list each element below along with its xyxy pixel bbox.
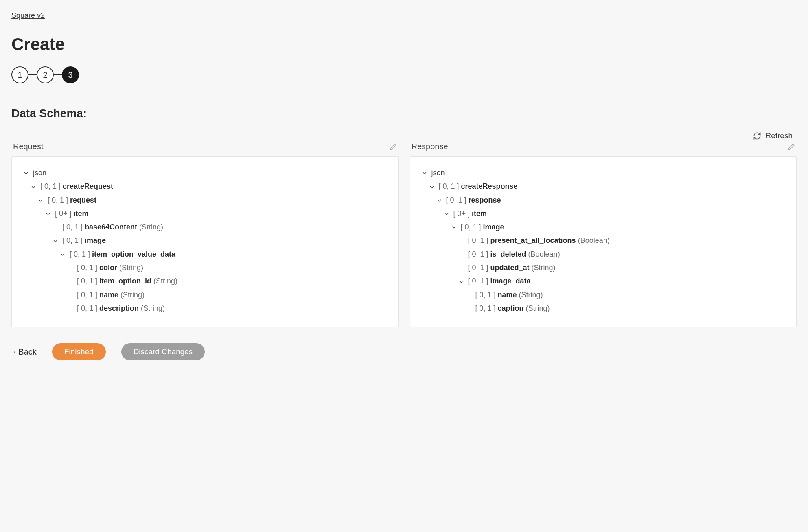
tree-node[interactable]: json xyxy=(23,166,387,180)
tree-node[interactable]: [ 0, 1 ] image xyxy=(23,234,387,247)
refresh-button[interactable]: Refresh xyxy=(765,131,793,140)
breadcrumb-link[interactable]: Square v2 xyxy=(11,11,45,20)
chevron-down-icon[interactable] xyxy=(436,198,444,203)
tree-field-name: image_data xyxy=(490,277,531,285)
refresh-icon[interactable] xyxy=(753,132,761,140)
back-button[interactable]: ‹ Back xyxy=(14,347,37,357)
chevron-down-icon[interactable] xyxy=(60,252,67,257)
tree-field-name: item_option_id xyxy=(99,277,151,285)
tree-field-type: (String) xyxy=(530,264,556,272)
tree-cardinality: [ 0, 1 ] xyxy=(77,264,99,272)
response-panel: Response json[ 0, 1 ] createResponse[ 0,… xyxy=(410,142,797,327)
stepper: 123 xyxy=(11,66,797,83)
chevron-down-icon[interactable] xyxy=(45,211,53,217)
tree-node[interactable]: [ 0+ ] item xyxy=(422,207,785,220)
step-3[interactable]: 3 xyxy=(62,66,79,83)
tree-cardinality: [ 0, 1 ] xyxy=(446,196,469,204)
tree-field-name: image xyxy=(85,236,106,244)
tree-cardinality: [ 0, 1 ] xyxy=(77,304,99,312)
tree-cardinality: [ 0, 1 ] xyxy=(77,277,99,285)
tree-cardinality: [ 0+ ] xyxy=(55,209,74,218)
tree-field-name: image xyxy=(483,223,504,231)
tree-node: [ 0, 1 ] base64Content (String) xyxy=(23,220,387,234)
tree-field-name: item xyxy=(472,209,487,218)
tree-cardinality: [ 0, 1 ] xyxy=(439,182,461,190)
tree-cardinality: [ 0, 1 ] xyxy=(62,223,85,231)
step-2[interactable]: 2 xyxy=(37,66,54,83)
tree-cardinality: [ 0, 1 ] xyxy=(461,223,483,231)
tree-field-type: (String) xyxy=(151,277,177,285)
chevron-down-icon[interactable] xyxy=(422,170,429,176)
tree-node: [ 0, 1 ] color (String) xyxy=(23,261,387,275)
request-header: Request xyxy=(13,142,44,151)
tree-node[interactable]: json xyxy=(422,166,785,180)
chevron-down-icon[interactable] xyxy=(451,225,458,230)
tree-field-type: (String) xyxy=(517,291,543,299)
pencil-icon[interactable] xyxy=(390,143,397,150)
tree-field-name: item_option_value_data xyxy=(92,250,175,258)
step-1[interactable]: 1 xyxy=(11,66,28,83)
tree-node[interactable]: [ 0, 1 ] image_data xyxy=(422,275,785,288)
tree-node[interactable]: [ 0+ ] item xyxy=(23,207,387,220)
tree-field-name: updated_at xyxy=(490,264,530,272)
tree-cardinality: [ 0, 1 ] xyxy=(468,264,490,272)
chevron-down-icon[interactable] xyxy=(38,198,45,203)
tree-field-type: (String) xyxy=(139,304,165,312)
tree-node: [ 0, 1 ] updated_at (String) xyxy=(422,261,785,275)
tree-field-type: (String) xyxy=(137,223,163,231)
tree-field-name: response xyxy=(469,196,501,204)
chevron-down-icon[interactable] xyxy=(429,184,436,190)
discard-changes-button[interactable]: Discard Changes xyxy=(121,343,205,360)
tree-field-name: caption xyxy=(498,304,524,312)
tree-cardinality: [ 0+ ] xyxy=(453,209,472,218)
tree-field-name: name xyxy=(498,291,517,299)
tree-field-name: description xyxy=(99,304,139,312)
tree-node[interactable]: [ 0, 1 ] createRequest xyxy=(23,180,387,193)
chevron-down-icon[interactable] xyxy=(31,184,38,190)
tree-field-type: (Boolean) xyxy=(526,250,560,258)
request-panel: Request json[ 0, 1 ] createRequest[ 0, 1… xyxy=(11,142,399,327)
response-header: Response xyxy=(412,142,448,151)
tree-field-name: is_deleted xyxy=(490,250,526,258)
tree-cardinality: [ 0, 1 ] xyxy=(475,291,498,299)
finished-button[interactable]: Finished xyxy=(52,343,106,360)
tree-field-name: color xyxy=(99,264,117,272)
step-connector xyxy=(28,74,37,75)
tree-cardinality: [ 0, 1 ] xyxy=(468,236,490,244)
chevron-down-icon[interactable] xyxy=(23,170,31,176)
section-title: Data Schema: xyxy=(11,107,797,120)
tree-field-name: base64Content xyxy=(85,223,137,231)
step-connector xyxy=(54,74,62,75)
tree-field-name: createResponse xyxy=(461,182,518,190)
tree-node: [ 0, 1 ] name (String) xyxy=(422,288,785,302)
tree-field-type: (String) xyxy=(524,304,550,312)
tree-node: [ 0, 1 ] name (String) xyxy=(23,288,387,302)
tree-node[interactable]: [ 0, 1 ] image xyxy=(422,220,785,234)
tree-cardinality: [ 0, 1 ] xyxy=(468,277,490,285)
tree-cardinality: [ 0, 1 ] xyxy=(468,250,490,258)
tree-field-type: (String) xyxy=(118,291,145,299)
chevron-down-icon[interactable] xyxy=(53,238,60,244)
tree-field-type: (String) xyxy=(117,264,143,272)
tree-cardinality: [ 0, 1 ] xyxy=(70,250,92,258)
back-label: Back xyxy=(18,347,36,357)
chevron-down-icon[interactable] xyxy=(458,279,466,285)
tree-node: [ 0, 1 ] is_deleted (Boolean) xyxy=(422,248,785,261)
tree-node[interactable]: [ 0, 1 ] request xyxy=(23,194,387,207)
chevron-down-icon[interactable] xyxy=(444,211,451,217)
tree-label: json xyxy=(431,169,445,177)
tree-cardinality: [ 0, 1 ] xyxy=(475,304,498,312)
page-title: Create xyxy=(11,35,797,54)
tree-node[interactable]: [ 0, 1 ] item_option_value_data xyxy=(23,248,387,261)
tree-node[interactable]: [ 0, 1 ] response xyxy=(422,194,785,207)
tree-node[interactable]: [ 0, 1 ] createResponse xyxy=(422,180,785,193)
tree-cardinality: [ 0, 1 ] xyxy=(77,291,99,299)
tree-node: [ 0, 1 ] caption (String) xyxy=(422,302,785,315)
tree-field-name: request xyxy=(70,196,96,204)
tree-node: [ 0, 1 ] description (String) xyxy=(23,302,387,315)
chevron-left-icon: ‹ xyxy=(14,348,16,355)
tree-cardinality: [ 0, 1 ] xyxy=(48,196,70,204)
tree-node: [ 0, 1 ] item_option_id (String) xyxy=(23,275,387,288)
pencil-icon[interactable] xyxy=(788,143,795,150)
tree-cardinality: [ 0, 1 ] xyxy=(40,182,63,190)
